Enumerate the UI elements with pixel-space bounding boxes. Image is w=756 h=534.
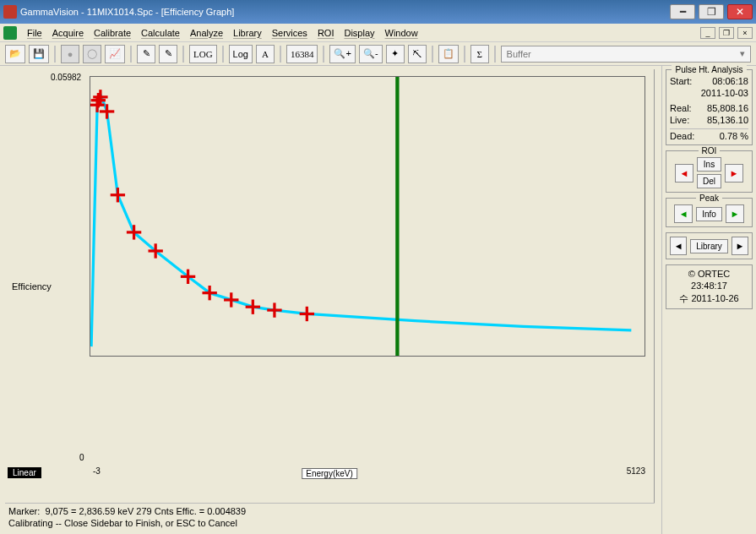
peak-icon: ⛏: [412, 49, 422, 59]
menu-bar: File Acquire Calibrate Calculate Analyze…: [0, 24, 756, 42]
sidebar: Pulse Ht. Analysis Start:08:06:18 2011-1…: [661, 66, 756, 534]
pulse-title: Pulse Ht. Analysis: [672, 65, 746, 74]
menu-acquire[interactable]: Acquire: [47, 26, 89, 40]
minimize-button[interactable]: ━: [670, 4, 695, 19]
spectrum-button[interactable]: 📈: [105, 45, 125, 63]
bars-right-icon: ►: [735, 241, 744, 251]
menu-analyze[interactable]: Analyze: [185, 26, 228, 40]
plot-area: Efficiency 0.05982 0 -3 5123 Energy(keV)…: [0, 66, 661, 534]
x-axis-label: Energy(keV): [302, 468, 357, 479]
library-panel: ◄ Library ►: [666, 232, 753, 259]
peak-tool-button[interactable]: ⛏: [408, 45, 427, 63]
save-icon: 💾: [33, 48, 45, 59]
clock-panel: © ORTEC 23:48:17 수 2011-10-26: [666, 264, 753, 309]
clock-date: 수 2011-10-26: [670, 292, 748, 305]
roi-next-button[interactable]: ►: [725, 164, 743, 183]
y-max-label: 0.05982: [51, 73, 81, 82]
peak-left-icon: ◄: [679, 209, 688, 219]
menu-display[interactable]: Display: [339, 26, 379, 40]
y-min-label: 0: [79, 453, 84, 462]
report-button[interactable]: 📋: [438, 45, 459, 63]
crosshair-button[interactable]: ✦: [386, 45, 405, 63]
mdi-minimize-button[interactable]: _: [700, 27, 715, 39]
flag-left-icon: ◄: [680, 168, 689, 178]
wand2-icon: ✎: [165, 48, 172, 59]
zoom-in-button[interactable]: 🔍+: [329, 45, 355, 63]
channels-button[interactable]: 16384: [286, 45, 318, 63]
buffer-label: Buffer: [507, 49, 531, 59]
title-bar: GammaVision - 11MIX1014.Spc - [Efficienc…: [0, 0, 756, 24]
cal-tool1-button[interactable]: ✎: [137, 45, 155, 63]
main-area: Efficiency 0.05982 0 -3 5123 Energy(keV)…: [0, 66, 756, 534]
bars-left-icon: ◄: [674, 241, 683, 251]
live-value: 85,136.10: [707, 115, 748, 125]
menu-library[interactable]: Library: [228, 26, 267, 40]
log-small-button[interactable]: Log: [229, 45, 253, 63]
roi-prev-button[interactable]: ◄: [675, 164, 693, 183]
clock-time: 23:48:17: [670, 281, 748, 291]
app-icon: [3, 5, 17, 19]
close-button[interactable]: ✕: [727, 4, 753, 19]
roi-ins-button[interactable]: Ins: [697, 157, 721, 172]
save-button[interactable]: 💾: [29, 45, 49, 63]
peak-right-icon: ►: [730, 209, 739, 219]
real-value: 85,808.16: [707, 103, 748, 113]
a-button[interactable]: A: [256, 45, 275, 63]
app-menu-icon[interactable]: [3, 26, 17, 40]
cal-tool2-button[interactable]: ✎: [159, 45, 177, 63]
stop-button: ◯: [83, 45, 101, 63]
lib-prev-button[interactable]: ◄: [670, 237, 687, 255]
buffer-select[interactable]: Buffer ▾: [501, 46, 751, 63]
lib-next-button[interactable]: ►: [732, 237, 748, 255]
start-time: 08:06:18: [712, 76, 748, 86]
peak-next-button[interactable]: ►: [726, 204, 744, 223]
record-icon: ●: [68, 49, 73, 59]
zoom-out-button[interactable]: 🔍-: [359, 45, 383, 63]
peak-prev-button[interactable]: ◄: [674, 204, 693, 223]
mdi-restore-button[interactable]: ❐: [719, 27, 734, 39]
maximize-button[interactable]: ❐: [699, 4, 724, 19]
window-title: GammaVision - 11MIX1014.Spc - [Efficienc…: [20, 7, 666, 17]
mdi-close-button[interactable]: ×: [737, 27, 753, 39]
zoom-in-icon: 🔍+: [334, 48, 351, 59]
wand-icon: ✎: [143, 48, 150, 59]
roi-title: ROI: [699, 146, 721, 155]
menu-file[interactable]: File: [22, 26, 47, 40]
crosshair-icon: ✦: [391, 48, 399, 59]
dead-value: 0.78 %: [720, 131, 748, 141]
log-button[interactable]: LOG: [189, 45, 217, 63]
marker-label: Marker:: [8, 506, 40, 516]
marker-value: 9,075 = 2,836.59 keV 279 Cnts Effic. = 0…: [45, 506, 246, 516]
efficiency-chart[interactable]: [90, 76, 645, 357]
y-axis-label: Efficiency: [12, 281, 52, 292]
x-min-label: -3: [93, 466, 101, 476]
menu-window[interactable]: Window: [380, 26, 423, 40]
pulse-panel: Pulse Ht. Analysis Start:08:06:18 2011-1…: [666, 69, 753, 145]
menu-calculate[interactable]: Calculate: [136, 26, 185, 40]
record-button: ●: [61, 45, 79, 63]
library-button[interactable]: Library: [690, 239, 728, 253]
peak-info-button[interactable]: Info: [696, 207, 722, 221]
chart-wrapper: Efficiency 0.05982 0 -3 5123 Energy(keV)…: [5, 69, 655, 503]
peak-panel: Peak ◄ Info ►: [666, 198, 753, 227]
ortec-label: © ORTEC: [670, 269, 748, 279]
menu-roi[interactable]: ROI: [313, 26, 340, 40]
start-date: 2011-10-03: [701, 88, 748, 98]
scale-badge: Linear: [8, 467, 41, 478]
roi-del-button[interactable]: Del: [697, 174, 721, 188]
zoom-out-icon: 🔍-: [363, 48, 378, 59]
flag-right-icon: ►: [730, 168, 739, 178]
open-button[interactable]: 📂: [5, 45, 25, 63]
chevron-down-icon: ▾: [740, 48, 745, 59]
status-bar: Marker: 9,075 = 2,836.59 keV 279 Cnts Ef…: [5, 503, 655, 531]
toolbar: 📂 💾 ● ◯ 📈 ✎ ✎ LOG Log A 16384 🔍+ 🔍- ✦ ⛏ …: [0, 42, 756, 66]
open-icon: 📂: [9, 48, 21, 59]
peak-title: Peak: [696, 193, 722, 203]
spectrum-icon: 📈: [109, 48, 121, 59]
report-icon: 📋: [443, 48, 454, 59]
menu-services[interactable]: Services: [267, 26, 313, 40]
stop-icon: ◯: [87, 48, 97, 59]
x-max-label: 5123: [627, 466, 645, 476]
sigma-button[interactable]: Σ: [470, 45, 489, 63]
menu-calibrate[interactable]: Calibrate: [89, 26, 136, 40]
